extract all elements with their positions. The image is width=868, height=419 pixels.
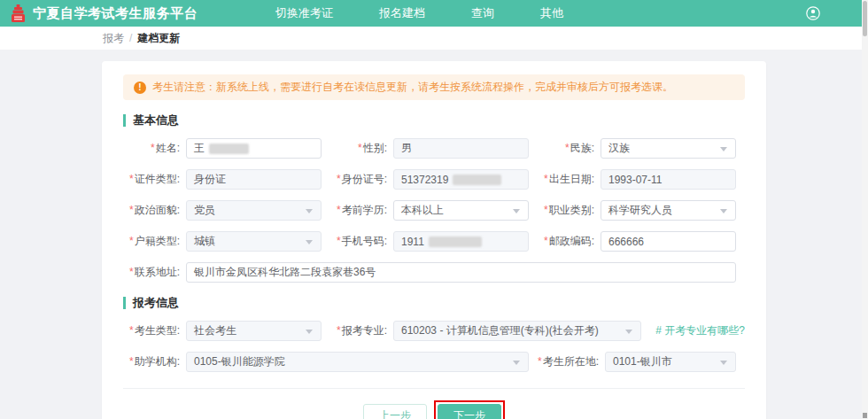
- field-household-type: *户籍类型: 城镇: [123, 231, 330, 252]
- chevron-down-icon: [720, 361, 727, 365]
- pre-exam-education-label: *考前学历:: [330, 203, 387, 218]
- nav-item-other[interactable]: 其他: [517, 0, 586, 27]
- id-type-input[interactable]: 身份证: [186, 169, 322, 190]
- household-type-label: *户籍类型:: [123, 234, 180, 249]
- phone-label: *手机号码:: [330, 234, 387, 249]
- basic-info-form: *姓名: 王 *性别: 男 *民族: 汉族 *证件类型: 身份证 *身份证号: …: [123, 138, 745, 283]
- nav-item-switch-ticket[interactable]: 切换准考证: [252, 0, 356, 27]
- chevron-down-icon: [720, 209, 727, 213]
- ethnicity-label: *民族:: [538, 141, 594, 156]
- vertical-scrollbar[interactable]: [862, 0, 868, 419]
- chevron-down-icon: [306, 209, 313, 213]
- field-pre-exam-education: *考前学历: 本科以上: [330, 200, 538, 221]
- field-occupation: *职业类别: 科学研究人员: [538, 200, 745, 221]
- page-content: ! 考生请注意：新系统上线，需要进行自考在读信息更新，请考生按系统流程操作，完成…: [0, 50, 868, 419]
- red-highlight-annotation: 下一步: [434, 400, 505, 419]
- field-aid-institution: *助学机构: 0105-银川能源学院: [123, 352, 538, 372]
- candidate-type-label: *考生类型:: [123, 323, 180, 338]
- field-address: *联系地址: 银川市金凤区科华北路二段袁家巷36号: [123, 262, 745, 283]
- occupation-select[interactable]: 科学研究人员: [601, 200, 736, 221]
- field-id-number: *身份证号: 51372319: [330, 169, 538, 190]
- form-card: ! 考生请注意：新系统上线，需要进行自考在读信息更新，请考生按系统流程操作，完成…: [102, 61, 766, 419]
- candidate-type-select[interactable]: 社会考生: [186, 321, 322, 341]
- chevron-down-icon: [306, 330, 313, 334]
- scrollbar-end-nub: [863, 413, 867, 418]
- chevron-down-icon: [625, 330, 632, 334]
- id-number-label: *身份证号:: [330, 172, 387, 187]
- redaction-mask: [429, 237, 482, 247]
- apply-info-form: *考生类型: 社会考生 *报考专业: 610203 - 计算机信息管理(专科)(…: [123, 321, 745, 372]
- field-ethnicity: *民族: 汉族: [538, 138, 745, 159]
- field-political-status: *政治面貌: 党员: [123, 200, 330, 221]
- gender-input[interactable]: 男: [393, 138, 529, 159]
- gender-label: *性别:: [330, 141, 387, 156]
- chevron-down-icon: [513, 209, 520, 213]
- form-actions: 上一步 下一步: [123, 388, 745, 419]
- field-phone: *手机号码: 1911: [330, 231, 538, 252]
- field-candidate-type: *考生类型: 社会考生: [123, 321, 330, 341]
- chevron-down-icon: [720, 147, 727, 151]
- field-major: *报考专业: 610203 - 计算机信息管理(专科)(社会开考) # 开考专业…: [330, 321, 745, 341]
- phone-input[interactable]: 1911: [393, 231, 529, 252]
- user-account-icon[interactable]: [806, 6, 820, 20]
- section-apply-info: 报考信息: [123, 297, 745, 309]
- political-status-select[interactable]: 党员: [186, 200, 322, 221]
- breadcrumb-parent[interactable]: 报考: [103, 31, 124, 46]
- address-input[interactable]: 银川市金凤区科华北路二段袁家巷36号: [186, 262, 736, 283]
- scrollbar-thumb[interactable]: [863, 1, 867, 36]
- chevron-down-icon: [306, 240, 313, 244]
- ethnicity-select[interactable]: 汉族: [601, 138, 736, 159]
- app-title: 宁夏自学考试考生服务平台: [33, 5, 198, 22]
- field-birth-date: *出生日期: 1993-07-11: [538, 169, 745, 190]
- aid-institution-label: *助学机构:: [123, 354, 180, 369]
- field-id-type: *证件类型: 身份证: [123, 169, 330, 190]
- postal-code-label: *邮政编码:: [538, 234, 594, 249]
- id-type-label: *证件类型:: [123, 172, 180, 187]
- location-select[interactable]: 0101-银川市: [605, 352, 736, 372]
- notice-banner: ! 考生请注意：新系统上线，需要进行自考在读信息更新，请考生按系统流程操作，完成…: [123, 74, 745, 100]
- aid-institution-select[interactable]: 0105-银川能源学院: [186, 352, 529, 372]
- field-gender: *性别: 男: [330, 138, 538, 159]
- main-nav: 切换准考证 报名建档 查询 其他: [252, 0, 586, 27]
- pre-exam-education-select[interactable]: 本科以上: [393, 200, 529, 221]
- notice-text: 考生请注意：新系统上线，需要进行自考在读信息更新，请考生按系统流程操作，完成并审…: [152, 80, 673, 95]
- warning-icon: !: [134, 81, 146, 94]
- birth-date-input[interactable]: 1993-07-11: [601, 169, 736, 190]
- field-postal-code: *邮政编码: 666666: [538, 231, 745, 252]
- field-name: *姓名: 王: [123, 138, 330, 159]
- postal-code-input[interactable]: 666666: [601, 231, 736, 252]
- next-step-button[interactable]: 下一步: [438, 404, 501, 419]
- field-location: *考生所在地: 0101-银川市: [538, 352, 745, 372]
- redaction-mask: [209, 144, 249, 154]
- address-label: *联系地址:: [123, 265, 180, 280]
- name-input[interactable]: 王: [186, 138, 322, 159]
- chevron-down-icon: [513, 361, 520, 365]
- app-header: 宁夏自学考试考生服务平台 切换准考证 报名建档 查询 其他: [0, 0, 868, 27]
- breadcrumb-current: 建档更新: [137, 31, 180, 46]
- breadcrumb-separator: /: [129, 32, 132, 44]
- name-label: *姓名:: [123, 141, 180, 156]
- id-number-input[interactable]: 51372319: [393, 169, 529, 190]
- major-label: *报考专业:: [330, 323, 387, 338]
- major-select[interactable]: 610203 - 计算机信息管理(专科)(社会开考): [393, 321, 641, 341]
- nav-item-registration[interactable]: 报名建档: [356, 0, 448, 27]
- redaction-mask: [453, 175, 501, 185]
- political-status-label: *政治面貌:: [123, 203, 180, 218]
- previous-step-button[interactable]: 上一步: [363, 404, 427, 419]
- breadcrumb: 报考 / 建档更新: [0, 27, 868, 50]
- birth-date-label: *出生日期:: [538, 172, 594, 187]
- location-label: *考生所在地:: [538, 354, 599, 369]
- section-basic-info: 基本信息: [123, 114, 745, 127]
- household-type-select[interactable]: 城镇: [186, 231, 322, 252]
- occupation-label: *职业类别:: [538, 203, 594, 218]
- majors-help-link[interactable]: # 开考专业有哪些?: [655, 323, 745, 338]
- nav-item-query[interactable]: 查询: [448, 0, 517, 27]
- pagoda-logo-icon: [11, 4, 26, 22]
